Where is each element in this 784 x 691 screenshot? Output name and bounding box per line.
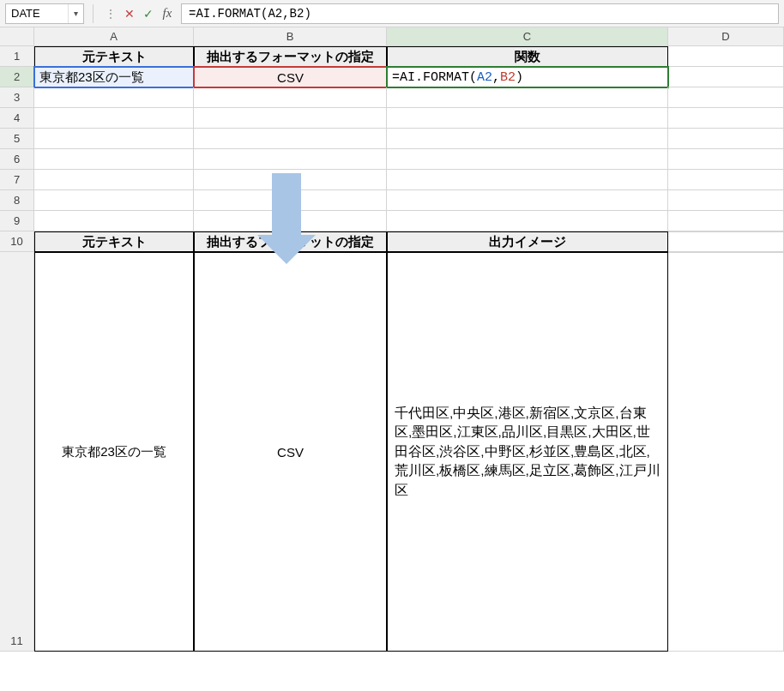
column-headers: A B C D [34,27,784,46]
formula-arg-A2: A2 [477,70,492,85]
cell-A2[interactable]: 東京都23区の一覧 [34,67,194,87]
chevron-down-icon: ▾ [74,9,78,18]
table1-header-A[interactable]: 元テキスト [34,46,194,67]
row-3: 3 [0,87,784,108]
cell-B3[interactable] [194,87,387,108]
formula-bar: DATE ▾ ⋮ ✕ ✓ fx =AI.FORMAT(A2,B2) [0,0,784,27]
cell-B11[interactable]: CSV [194,252,387,652]
cell-B2[interactable]: CSV [194,67,387,87]
cell-C5[interactable] [387,129,668,149]
cell-C8[interactable] [387,190,668,211]
cell-C4[interactable] [387,108,668,129]
cell-A7[interactable] [34,170,194,190]
cell-C11[interactable]: 千代田区,中央区,港区,新宿区,文京区,台東区,墨田区,江東区,品川区,目黒区,… [387,252,668,652]
name-box-container[interactable]: DATE ▾ [5,3,84,24]
name-box[interactable]: DATE [6,7,68,20]
row-header-4[interactable]: 4 [0,108,34,129]
cell-C6[interactable] [387,149,668,170]
row-7: 7 [0,170,784,190]
formula-arg-B2: B2 [500,70,516,85]
row-header-1[interactable]: 1 [0,46,34,67]
row-header-8[interactable]: 8 [0,190,34,211]
cell-A4[interactable] [34,108,194,129]
divider [93,4,93,23]
cell-B5[interactable] [194,129,387,149]
row-9: 9 [0,211,784,231]
table2-header-B[interactable]: 抽出するフォーマットの指定 [194,231,387,252]
cell-B9[interactable] [194,211,387,231]
table1-header-B[interactable]: 抽出するフォーマットの指定 [194,46,387,67]
cell-B6[interactable] [194,149,387,170]
cell-C7[interactable] [387,170,668,190]
cell-D5[interactable] [668,129,784,149]
cell-B7[interactable] [194,170,387,190]
row-6: 6 [0,149,784,170]
select-all-corner[interactable] [0,27,34,46]
cell-D10[interactable] [668,231,784,252]
col-header-B[interactable]: B [194,27,387,45]
cell-C9[interactable] [387,211,668,231]
cell-A5[interactable] [34,129,194,149]
row-8: 8 [0,190,784,211]
table2-header-C[interactable]: 出力イメージ [387,231,668,252]
table1-header-C[interactable]: 関数 [387,46,668,67]
cell-D7[interactable] [668,170,784,190]
row-1: 1 元テキスト 抽出するフォーマットの指定 関数 [0,46,784,67]
row-header-10[interactable]: 10 [0,231,34,252]
formula-bar-buttons: ⋮ ✕ ✓ fx [102,4,176,23]
cell-A6[interactable] [34,149,194,170]
row-10: 10 元テキスト 抽出するフォーマットの指定 出力イメージ [0,231,784,252]
row-header-7[interactable]: 7 [0,170,34,190]
cell-B4[interactable] [194,108,387,129]
cell-C2-editing[interactable]: =AI.FORMAT(A2,B2) [387,67,668,87]
formula-bar-expand-icon[interactable]: ⋮ [102,4,119,23]
cell-A9[interactable] [34,211,194,231]
col-header-D[interactable]: D [668,27,784,45]
cell-D6[interactable] [668,149,784,170]
cell-C3[interactable] [387,87,668,108]
cell-D11[interactable] [668,252,784,652]
cell-D1[interactable] [668,46,784,67]
cell-A11[interactable]: 東京都23区の一覧 [34,252,194,652]
cell-D4[interactable] [668,108,784,129]
fx-icon[interactable]: fx [159,4,176,23]
row-header-5[interactable]: 5 [0,129,34,149]
table2-header-A[interactable]: 元テキスト [34,231,194,252]
cell-B8[interactable] [194,190,387,211]
cell-A8[interactable] [34,190,194,211]
col-header-A[interactable]: A [34,27,194,45]
cell-D8[interactable] [668,190,784,211]
row-11: 11 東京都23区の一覧 CSV 千代田区,中央区,港区,新宿区,文京区,台東区… [0,252,784,652]
formula-suffix: ) [516,70,523,85]
row-header-3[interactable]: 3 [0,87,34,108]
formula-input[interactable]: =AI.FORMAT(A2,B2) [181,3,779,24]
enter-icon[interactable]: ✓ [140,4,157,23]
cell-A3[interactable] [34,87,194,108]
row-5: 5 [0,129,784,149]
spreadsheet-grid: A B C D 1 元テキスト 抽出するフォーマットの指定 関数 2 東京都23… [0,27,784,691]
row-4: 4 [0,108,784,129]
col-header-C[interactable]: C [387,27,668,45]
cancel-icon[interactable]: ✕ [121,4,138,23]
cell-D9[interactable] [668,211,784,231]
row-header-11[interactable]: 11 [0,252,34,652]
row-2: 2 東京都23区の一覧 CSV =AI.FORMAT(A2,B2) [0,67,784,87]
row-header-9[interactable]: 9 [0,211,34,231]
formula-prefix: =AI.FORMAT( [392,70,477,85]
row-header-6[interactable]: 6 [0,149,34,170]
row-header-2[interactable]: 2 [0,67,34,87]
cell-D2[interactable] [668,67,784,87]
cell-D3[interactable] [668,87,784,108]
name-box-dropdown[interactable]: ▾ [68,4,83,23]
formula-sep: , [492,70,500,85]
